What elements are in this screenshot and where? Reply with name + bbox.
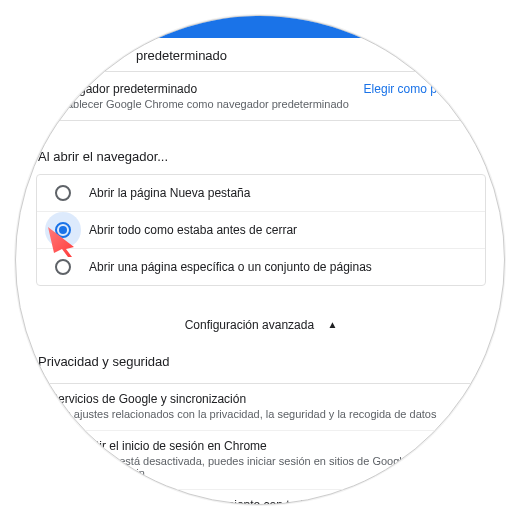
radio-label: Abrir una página específica o un conjunt…: [89, 260, 372, 274]
radio-label: Abrir todo como estaba antes de cerrar: [89, 223, 297, 237]
advanced-toggle[interactable]: Configuración avanzada ▲: [36, 300, 486, 354]
default-browser-card: Navegador predeterminado Establecer Goog…: [36, 71, 486, 121]
default-browser-text: Navegador predeterminado Establecer Goog…: [51, 82, 356, 110]
set-default-link[interactable]: Elegir como predete: [356, 82, 471, 96]
privacy-item-subtitle: ción está desactivada, puedes iniciar se…: [96, 455, 472, 479]
startup-option-continue[interactable]: Abrir todo como estaba antes de cerrar: [37, 212, 485, 249]
privacy-item-signin[interactable]: tir el inicio de sesión en Chrome ción e…: [36, 430, 486, 489]
advanced-label: Configuración avanzada: [185, 318, 314, 332]
privacy-item-subtitle: Más ajustes relacionados con la privacid…: [50, 408, 472, 420]
svg-marker-0: [48, 227, 74, 257]
privacy-item-sync[interactable]: Servicios de Google y sincronización Más…: [36, 383, 486, 430]
settings-page: predeterminado Navegador predeterminado …: [16, 16, 505, 505]
blue-top-bar: [16, 16, 505, 38]
privacy-item-title: tir el inicio de sesión en Chrome: [96, 439, 472, 453]
chevron-up-icon: ▲: [327, 319, 337, 330]
radio-icon: [55, 259, 71, 275]
privacy-item-title: Servicios de Google y sincronización: [50, 392, 472, 406]
privacy-section-heading: Privacidad y seguridad: [36, 354, 486, 383]
privacy-item-traffic[interactable]: miento con tu tráfico de navegación: [36, 489, 486, 505]
default-browser-title: Navegador predeterminado: [51, 82, 356, 96]
circular-viewport: predeterminado Navegador predeterminado …: [15, 15, 505, 505]
privacy-item-title: miento con tu tráfico de navegación: [166, 498, 472, 505]
default-browser-subtitle: Establecer Google Chrome como navegador …: [51, 98, 356, 110]
startup-option-new-tab[interactable]: Abrir la página Nueva pestaña: [37, 175, 485, 212]
startup-options-card: Abrir la página Nueva pestaña Abrir todo…: [36, 174, 486, 286]
startup-option-specific[interactable]: Abrir una página específica o un conjunt…: [37, 249, 485, 285]
startup-section-heading: Al abrir el navegador...: [36, 135, 486, 174]
radio-icon: [55, 185, 71, 201]
radio-label: Abrir la página Nueva pestaña: [89, 186, 250, 200]
section-title-default-browser: predeterminado: [36, 38, 486, 71]
privacy-list: Servicios de Google y sincronización Más…: [36, 383, 486, 505]
